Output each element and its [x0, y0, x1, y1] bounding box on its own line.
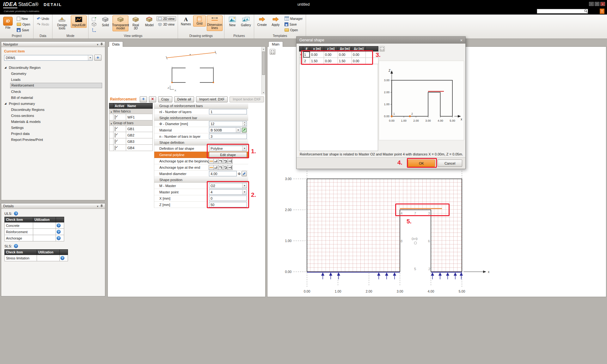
group-row-group-of-bars[interactable]: Group of bars: [109, 120, 153, 126]
expander-icon[interactable]: [4, 66, 9, 69]
anchorage-plate-icon[interactable]: [228, 165, 233, 170]
undo-button[interactable]: Undo: [35, 16, 51, 21]
gallery-button[interactable]: Gallery: [240, 15, 252, 28]
add-region-button[interactable]: [94, 55, 101, 61]
tree-item-geometry[interactable]: Geometry: [1, 70, 105, 76]
delete-all-button[interactable]: Delete all: [174, 96, 194, 102]
fullscreen-icon[interactable]: [270, 49, 275, 55]
help-icon[interactable]: [14, 211, 18, 215]
help-icon[interactable]: [57, 230, 61, 234]
save-project-button[interactable]: Save: [15, 27, 32, 33]
dimension-lines-button[interactable]: Dimension lines: [207, 15, 223, 31]
pencil-icon[interactable]: [242, 171, 247, 176]
anchorage-hook-down-icon[interactable]: [218, 159, 223, 164]
create-template-button[interactable]: Create: [256, 15, 268, 27]
edit-material-icon[interactable]: [242, 127, 247, 133]
maximize-icon[interactable]: [595, 2, 599, 6]
material-combobox[interactable]: B 500B: [209, 127, 241, 133]
help-icon[interactable]: [57, 236, 61, 240]
tab-data[interactable]: Data: [109, 41, 123, 47]
tree-item-loads[interactable]: Loads: [1, 76, 105, 82]
anchorage-hook-up-icon[interactable]: [213, 159, 218, 164]
delete-reinforcement-button[interactable]: [149, 96, 156, 102]
3d-view-button[interactable]: 3D view: [156, 22, 176, 27]
add-view-icon[interactable]: [90, 16, 98, 21]
anchorage-straight-icon[interactable]: [209, 165, 214, 170]
template-save-button[interactable]: Save: [283, 22, 304, 27]
tree-item-materials-models[interactable]: Materials & models: [1, 118, 105, 124]
file-button[interactable]: File: [2, 15, 14, 31]
anchorage-straight-icon[interactable]: [209, 159, 214, 164]
new-picture-button[interactable]: New: [226, 15, 239, 28]
help-icon[interactable]: [57, 223, 61, 228]
spinner-buttons[interactable]: [242, 121, 247, 126]
wall-outline[interactable]: [307, 179, 462, 272]
tree-item-cross-sections[interactable]: Cross-sections: [1, 112, 105, 118]
group-row-wire-fabrics[interactable]: Wire fabrics: [109, 109, 153, 114]
tree-item-report-preview-print[interactable]: Report Preview/Print: [1, 136, 105, 143]
model-button[interactable]: Model: [143, 15, 156, 28]
reinforcement-preview[interactable]: Z X: [108, 47, 262, 94]
tree-item-reinforcement[interactable]: Reinforcement: [1, 82, 105, 88]
search-icon[interactable]: [584, 9, 588, 14]
mandrel-diameter-input[interactable]: 4.00: [209, 171, 237, 176]
tree-item-project-data[interactable]: Project data: [1, 130, 105, 136]
table-row-gb3[interactable]: GB3: [109, 138, 153, 145]
diameter-input[interactable]: 12: [209, 121, 247, 126]
tree-item-discontinuity-regions[interactable]: Discontinuity Regions: [1, 106, 105, 112]
table-row-gb4[interactable]: GB4: [109, 145, 153, 151]
preview-scrollbar[interactable]: [261, 47, 265, 94]
close-icon[interactable]: ×: [460, 38, 463, 43]
transparent-model-button[interactable]: Transparent model: [113, 15, 128, 31]
new-project-button[interactable]: New: [15, 16, 32, 21]
tree-item-discontinuity-region[interactable]: Discontinuity Region: [1, 64, 105, 70]
copy-button[interactable]: Copy: [158, 96, 172, 102]
redo-button[interactable]: Redo: [35, 22, 51, 27]
collapse-group-icon[interactable]: [111, 122, 112, 125]
tree-item-settings[interactable]: Settings: [1, 124, 105, 130]
template-manager-button[interactable]: Manager: [283, 16, 304, 21]
tree-item-check[interactable]: Check: [1, 88, 105, 94]
bars-in-layer-input[interactable]: 3: [209, 134, 247, 139]
dialog-titlebar[interactable]: General shape ×: [297, 37, 465, 44]
names-button[interactable]: Names: [180, 15, 192, 27]
template-open-button[interactable]: Open: [283, 27, 304, 33]
anchorage-hook-down-icon[interactable]: [218, 165, 223, 170]
anchorage-loop-icon[interactable]: [223, 159, 228, 164]
open-project-button[interactable]: Open: [15, 22, 32, 27]
collapse-icon[interactable]: [97, 42, 98, 46]
import-tendon-dxf-button[interactable]: Import tendon DXF: [230, 96, 264, 102]
scroll-down-icon[interactable]: [262, 91, 265, 94]
checkbox[interactable]: [115, 115, 115, 119]
import-reinf-dxf-button[interactable]: Import reinf. DXF: [196, 96, 228, 102]
design-tools-button[interactable]: Design tools: [54, 15, 70, 31]
solid-button[interactable]: Solid: [99, 15, 112, 28]
pin-icon[interactable]: [100, 204, 103, 208]
collapse-group-icon[interactable]: [111, 110, 112, 113]
minimize-icon[interactable]: [589, 2, 594, 6]
checkbox[interactable]: [115, 133, 115, 137]
expander-icon[interactable]: [4, 102, 9, 105]
checkbox[interactable]: [115, 139, 115, 144]
help-icon[interactable]: [14, 244, 18, 248]
table-row-gb2[interactable]: GB2: [109, 132, 153, 138]
apply-template-button[interactable]: Apply: [269, 15, 282, 27]
checkbox[interactable]: [115, 127, 115, 131]
grid-button[interactable]: Grid: [193, 15, 206, 27]
collapse-icon[interactable]: [97, 204, 98, 208]
scrollbar-thumb[interactable]: [262, 52, 265, 75]
anchorage-hook-up-icon[interactable]: [213, 165, 218, 170]
search-input[interactable]: [537, 9, 584, 13]
cancel-button[interactable]: Cancel: [438, 160, 462, 167]
chevron-down-icon[interactable]: [236, 128, 240, 132]
tab-main[interactable]: Main: [268, 41, 283, 47]
current-item-combobox[interactable]: DRM1: [4, 55, 93, 61]
real-3d-button[interactable]: Real 3D: [129, 15, 142, 31]
input-edit-button[interactable]: Input/Edit: [71, 15, 87, 28]
fullscreen-icon[interactable]: [379, 46, 385, 52]
number-of-layers-input[interactable]: 1: [209, 109, 247, 114]
license-warning-icon[interactable]: [600, 9, 604, 14]
anchorage-plate-icon[interactable]: [228, 159, 233, 164]
add-reinforcement-button[interactable]: [140, 96, 147, 102]
close-icon[interactable]: [600, 2, 605, 6]
